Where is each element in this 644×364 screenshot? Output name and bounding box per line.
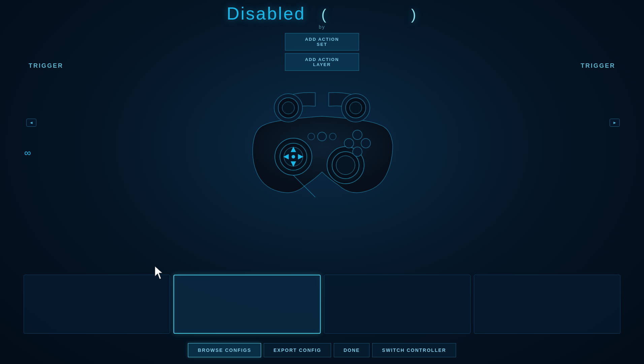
title-text: Disabled [227, 4, 305, 23]
title-paren-open: ( [316, 6, 328, 23]
title-inner [334, 6, 405, 23]
card-4[interactable] [474, 275, 620, 334]
left-icon-2: ∞ [24, 148, 31, 158]
subtitle: by [0, 24, 644, 30]
card-1[interactable] [24, 275, 170, 334]
svg-point-19 [361, 139, 371, 148]
page-title: Disabled ( ) [0, 3, 644, 24]
browse-configs-button[interactable]: BROWSE CONFIGS [188, 343, 261, 357]
bottom-cards [24, 275, 620, 334]
switch-controller-button[interactable]: SWITCH CONTROLLER [372, 343, 456, 357]
left-icon-1[interactable]: ◄ [26, 119, 36, 127]
forward-icon[interactable]: ► [610, 119, 620, 127]
svg-point-17 [350, 102, 362, 114]
svg-point-14 [282, 102, 294, 114]
svg-point-20 [344, 139, 354, 148]
svg-point-18 [353, 130, 362, 140]
svg-point-23 [318, 132, 326, 141]
back-icon[interactable]: ◄ [26, 119, 36, 127]
svg-point-7 [292, 155, 295, 158]
export-config-button[interactable]: EXPORT CONFIG [264, 343, 331, 357]
svg-point-22 [308, 133, 315, 140]
svg-point-11 [336, 156, 355, 175]
trigger-left-label: TRIGGER [29, 62, 63, 69]
right-icon-1[interactable]: ► [610, 119, 620, 127]
bottom-toolbar: BROWSE CONFIGS EXPORT CONFIG DONE SWITCH… [0, 343, 644, 357]
card-2[interactable] [173, 275, 321, 334]
svg-point-21 [353, 147, 362, 156]
card-3[interactable] [324, 275, 471, 334]
svg-point-24 [329, 133, 336, 140]
trigger-right-label: TRIGGER [581, 62, 615, 69]
title-paren-close: ) [411, 6, 417, 23]
add-action-set-button[interactable]: ADD ACTION SET [285, 33, 359, 51]
controller-svg [221, 57, 423, 199]
done-button[interactable]: DONE [334, 343, 369, 357]
controller-image [221, 57, 423, 199]
infinity-icon: ∞ [24, 148, 31, 158]
